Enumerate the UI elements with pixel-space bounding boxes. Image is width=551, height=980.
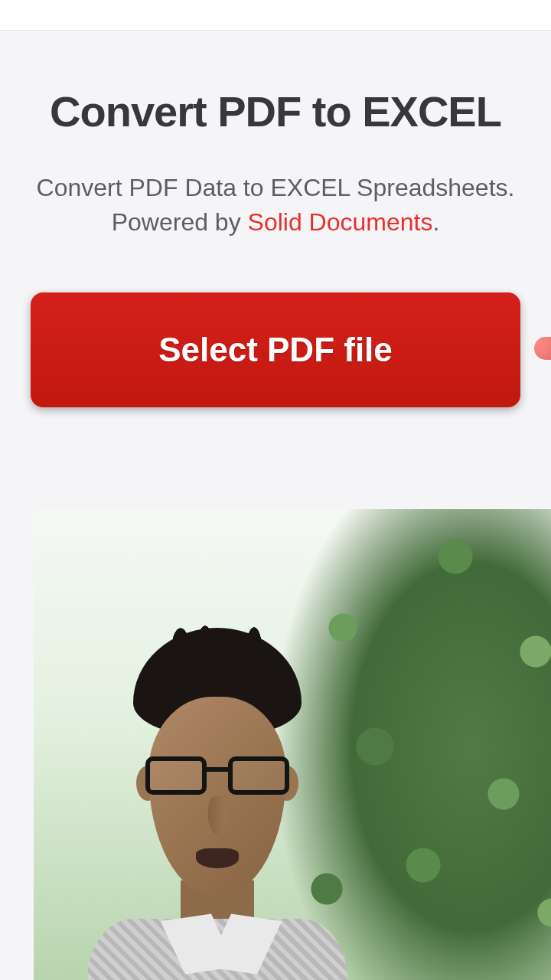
select-pdf-button[interactable]: Select PDF file [31,292,520,407]
powered-by-text: Powered by Solid Documents. [23,205,528,240]
page-title: Convert PDF to EXCEL [23,84,528,140]
video-background [34,509,551,980]
main-content: Convert PDF to EXCEL Convert PDF Data to… [0,31,551,407]
floating-action-indicator[interactable] [534,337,551,360]
powered-suffix: . [432,208,439,236]
video-overlay [34,509,551,980]
top-navigation-bar [0,0,551,31]
page-subtitle: Convert PDF Data to EXCEL Spreadsheets. [23,171,528,205]
person-figure [80,582,355,980]
solid-documents-link[interactable]: Solid Documents [248,208,433,236]
powered-prefix: Powered by [112,208,248,236]
